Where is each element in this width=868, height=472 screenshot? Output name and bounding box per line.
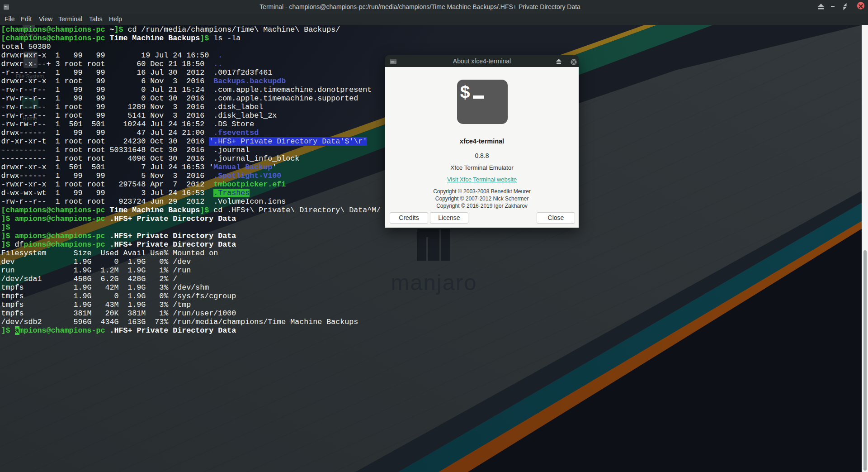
svg-text:manjaro: manjaro [391, 270, 477, 295]
svg-text:$: $ [460, 83, 470, 103]
